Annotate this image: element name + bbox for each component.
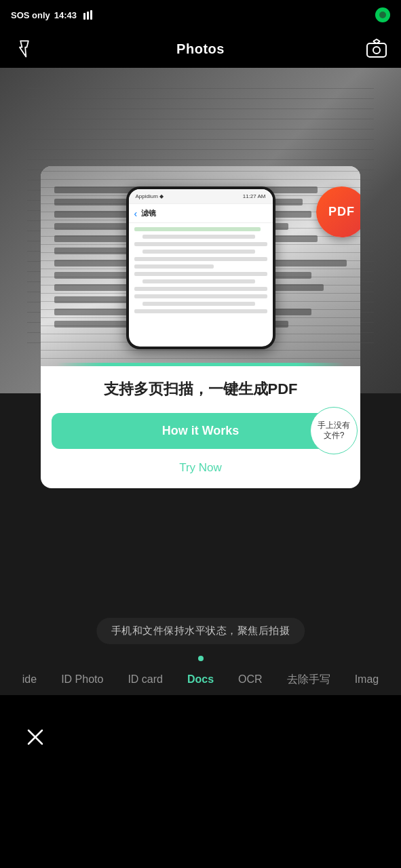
mode-item-id-photo[interactable]: ID Photo	[49, 673, 115, 686]
flashlight-icon	[15, 39, 34, 58]
mode-active-dot	[198, 656, 204, 661]
time: 14:43	[54, 10, 77, 20]
bottom-area	[0, 695, 401, 868]
phone-nav-bar: ‹ 滤镜	[129, 204, 273, 223]
wifi-icon	[83, 10, 96, 20]
phone-nav-title: 滤镜	[141, 208, 156, 218]
mode-item-docs[interactable]: Docs	[175, 673, 226, 686]
phone-time: 11:27 AM	[243, 193, 266, 199]
status-right	[375, 7, 390, 22]
svg-rect-0	[83, 13, 85, 20]
page-title: Photos	[176, 41, 225, 57]
hint-text: 手机和文件保持水平状态，聚焦后拍摄	[111, 625, 290, 636]
pdf-badge: PDF	[316, 186, 360, 237]
phone-back-btn: ‹	[134, 208, 138, 219]
hint-bar: 手机和文件保持水平状态，聚焦后拍摄	[96, 618, 305, 644]
how-it-works-row: How it Works 手上没有文件?	[52, 413, 349, 449]
how-it-works-button[interactable]: How it Works	[52, 413, 349, 449]
phone-status-bar: Appidium ◆ 11:27 AM	[129, 189, 273, 204]
phone-app-name: Appidium ◆	[136, 193, 164, 199]
camera-active-indicator	[375, 7, 390, 22]
phone-mockup: Appidium ◆ 11:27 AM ‹ 滤镜	[126, 186, 275, 349]
mode-item-ocr[interactable]: OCR	[226, 673, 275, 686]
mode-item-remove-handwriting[interactable]: 去除手写	[275, 673, 343, 687]
svg-rect-2	[90, 10, 92, 20]
onboarding-modal: Appidium ◆ 11:27 AM ‹ 滤镜	[41, 166, 360, 488]
nav-bar: Photos	[0, 30, 401, 68]
svg-rect-3	[367, 43, 386, 57]
close-icon	[26, 728, 45, 747]
sos-text: SOS only	[11, 10, 50, 20]
flip-camera-icon	[366, 38, 387, 60]
mode-item-id-card[interactable]: ID card	[115, 673, 175, 686]
try-now-button[interactable]: Try Now	[179, 458, 222, 477]
status-left: SOS only 14:43	[11, 10, 96, 20]
mode-item-ide[interactable]: ide	[10, 673, 49, 686]
modal-headline: 支持多页扫描，一键生成PDF	[52, 380, 349, 399]
camera-dot	[379, 12, 386, 18]
flip-camera-button[interactable]	[363, 35, 390, 62]
pdf-label: PDF	[328, 205, 355, 219]
close-button[interactable]	[20, 722, 50, 752]
mode-selector[interactable]: ide ID Photo ID card Docs OCR 去除手写 Imag	[0, 664, 401, 695]
mode-indicator-row	[0, 656, 401, 661]
svg-rect-1	[87, 12, 89, 20]
modal-body: 支持多页扫描，一键生成PDF How it Works 手上没有文件? Try …	[41, 366, 360, 488]
scan-line	[41, 363, 360, 366]
bubble-tip: 手上没有文件?	[310, 407, 358, 454]
phone-screen: Appidium ◆ 11:27 AM ‹ 滤镜	[129, 189, 273, 347]
phone-content	[129, 223, 273, 321]
svg-point-4	[373, 47, 380, 54]
modal-preview: Appidium ◆ 11:27 AM ‹ 滤镜	[41, 166, 360, 366]
bubble-tip-text: 手上没有文件?	[318, 420, 350, 441]
mode-item-imag[interactable]: Imag	[343, 673, 392, 686]
flashlight-button[interactable]	[11, 35, 38, 62]
status-bar: SOS only 14:43	[0, 0, 401, 30]
